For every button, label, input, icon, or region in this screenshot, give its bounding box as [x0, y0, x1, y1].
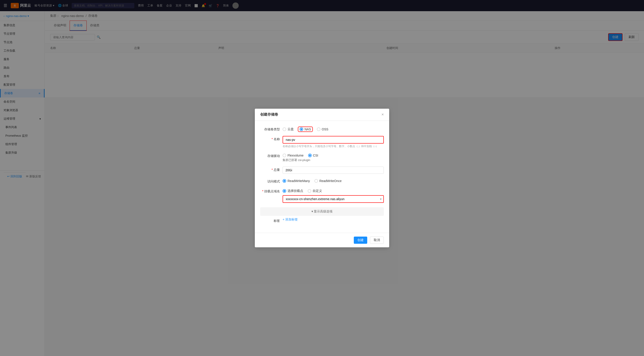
mount-control: 选择挂载点 自定义 xxxxxxxx-cn-shenzhen.extreme.n… — [282, 188, 384, 203]
name-input[interactable] — [282, 136, 384, 144]
mount-custom-label: 自定义 — [312, 189, 322, 193]
storage-type-radio-group: 云盘 NAS OSS — [282, 126, 384, 132]
mount-dropdown[interactable]: xxxxxxxx-cn-shenzhen.extreme.nas.aliyun — [282, 195, 384, 203]
modal-create-button[interactable]: 创建 — [354, 237, 367, 244]
nas-radio[interactable] — [300, 128, 303, 131]
rwm-label: ReadWriteMany — [288, 179, 310, 183]
mount-select-radio[interactable] — [282, 189, 286, 193]
csi-radio[interactable] — [308, 154, 312, 157]
mount-select[interactable]: 选择挂载点 — [282, 189, 303, 193]
access-rwm[interactable]: ReadWriteMany — [282, 179, 310, 183]
rwo-radio[interactable] — [314, 179, 318, 183]
tags-control: + 添加标签 — [282, 218, 384, 222]
access-mode-radio-group: ReadWriteMany ReadWriteOnce — [282, 178, 384, 183]
mount-select-label: 选择挂载点 — [288, 189, 303, 193]
mount-option-group: 选择挂载点 自定义 — [282, 188, 384, 193]
modal-header: 创建存储卷 × — [255, 109, 389, 121]
driver-flexvolume[interactable]: Flexvolume — [282, 154, 304, 157]
mount-row: 挂载点域名 选择挂载点 自定义 — [260, 188, 384, 203]
name-hint: 名称必须以小写字母开头，只能包含小写字母、数字、小数点（.）和中划线（-） — [282, 145, 384, 148]
mount-select-wrap: xxxxxxxx-cn-shenzhen.extreme.nas.aliyun — [282, 195, 384, 203]
access-mode-control: ReadWriteMany ReadWriteOnce — [282, 178, 384, 183]
driver-control: Flexvolume CSI 集群已部署 csi-plugin — [282, 153, 384, 162]
modal-overlay[interactable]: 创建存储卷 × 存储卷类型 云盘 — [0, 0, 644, 356]
rwm-radio[interactable] — [282, 179, 286, 183]
access-mode-row: 访问模式 ReadWriteMany ReadWriteOnce — [260, 178, 384, 183]
mount-label: 挂载点域名 — [260, 188, 282, 193]
yunpan-radio[interactable] — [282, 128, 286, 131]
capacity-input[interactable] — [282, 167, 384, 174]
create-storage-modal: 创建存储卷 × 存储卷类型 云盘 — [255, 109, 389, 247]
storage-type-label: 存储卷类型 — [260, 126, 282, 132]
flexvolume-label: Flexvolume — [288, 154, 304, 157]
rwo-label: ReadWriteOnce — [319, 179, 342, 183]
csi-label: CSI — [313, 154, 318, 157]
storage-type-nas[interactable]: NAS — [298, 127, 312, 132]
storage-type-control: 云盘 NAS OSS — [282, 126, 384, 132]
oss-label: OSS — [322, 128, 328, 131]
tags-label: 标签 — [260, 218, 282, 223]
capacity-row: 总量 — [260, 167, 384, 174]
storage-type-yunpan[interactable]: 云盘 — [282, 127, 294, 131]
name-control: 名称必须以小写字母开头，只能包含小写字母、数字、小数点（.）和中划线（-） — [282, 136, 384, 148]
modal-body: 存储卷类型 云盘 NAS — [255, 121, 389, 233]
access-mode-label: 访问模式 — [260, 178, 282, 183]
name-label: 名称 — [260, 136, 282, 141]
modal-title: 创建存储卷 — [260, 112, 278, 117]
nas-label: NAS — [304, 128, 311, 131]
modal-close-button[interactable]: × — [381, 112, 384, 117]
tags-row: 标签 + 添加标签 — [260, 218, 384, 223]
driver-label: 存储驱动 — [260, 153, 282, 158]
storage-type-row: 存储卷类型 云盘 NAS — [260, 126, 384, 132]
mount-custom[interactable]: 自定义 — [308, 189, 322, 193]
access-rwo[interactable]: ReadWriteOnce — [314, 179, 342, 183]
capacity-label: 总量 — [260, 167, 282, 172]
oss-radio[interactable] — [317, 128, 320, 131]
mount-custom-radio[interactable] — [308, 189, 311, 193]
driver-row: 存储驱动 Flexvolume CSI — [260, 153, 384, 162]
add-tag-button[interactable]: + 添加标签 — [282, 218, 384, 222]
advanced-options-toggle[interactable]: ▾ 显示高级选项 — [260, 207, 384, 216]
modal-footer: 创建 取消 — [255, 233, 389, 247]
modal-cancel-button[interactable]: 取消 — [370, 237, 384, 244]
storage-type-oss[interactable]: OSS — [317, 128, 328, 131]
flexvolume-radio[interactable] — [282, 154, 286, 157]
driver-radio-group: Flexvolume CSI — [282, 153, 384, 157]
name-row: 名称 名称必须以小写字母开头，只能包含小写字母、数字、小数点（.）和中划线（-） — [260, 136, 384, 148]
yunpan-label: 云盘 — [288, 127, 294, 131]
cluster-note: 集群已部署 csi-plugin — [282, 158, 384, 162]
driver-csi[interactable]: CSI — [308, 154, 318, 157]
capacity-control — [282, 167, 384, 174]
